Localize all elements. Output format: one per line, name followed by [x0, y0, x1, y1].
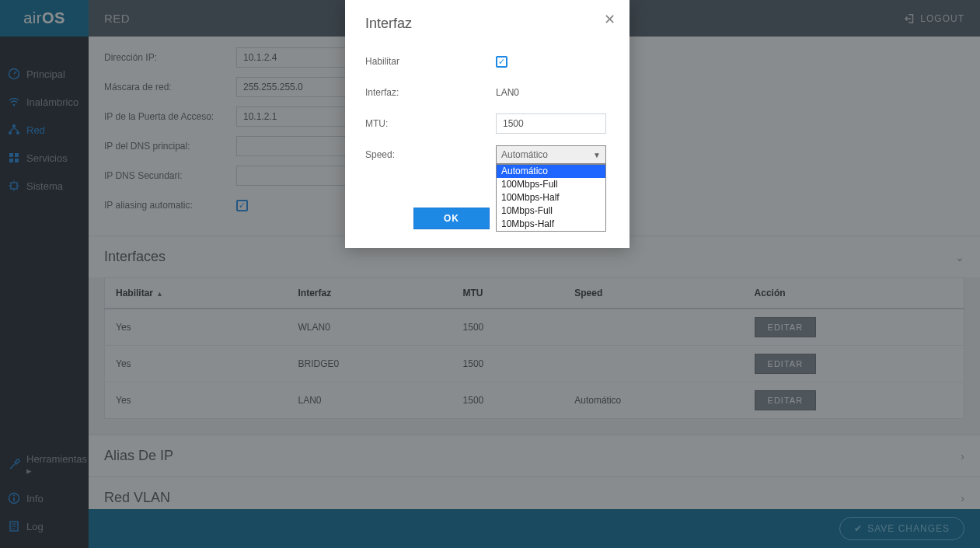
speed-dropdown: Automático 100Mbps-Full 100Mbps-Half 10M…: [496, 164, 606, 232]
speed-option[interactable]: Automático: [497, 165, 605, 178]
close-button[interactable]: ✕: [604, 12, 616, 26]
modal-enable-checkbox[interactable]: ✓: [496, 56, 507, 68]
speed-option[interactable]: 100Mbps-Half: [497, 191, 605, 204]
modal-speed-select[interactable]: Automático ▼: [496, 145, 606, 164]
speed-option[interactable]: 100Mbps-Full: [497, 178, 605, 191]
interface-modal: ✕ Interfaz Habilitar ✓ Interfaz: LAN0 MT…: [345, 0, 630, 248]
modal-title: Interfaz: [365, 16, 609, 32]
modal-enable-label: Habilitar: [365, 56, 496, 67]
modal-iface-value: LAN0: [496, 87, 519, 98]
modal-speed-label: Speed:: [365, 149, 496, 160]
modal-mtu-label: MTU:: [365, 118, 496, 129]
modal-iface-label: Interfaz:: [365, 87, 496, 98]
modal-mtu-input[interactable]: [496, 113, 606, 134]
close-icon: ✕: [604, 12, 616, 27]
speed-option[interactable]: 10Mbps-Full: [497, 204, 605, 218]
speed-option[interactable]: 10Mbps-Half: [497, 218, 605, 231]
ok-button[interactable]: OK: [413, 208, 490, 229]
dropdown-icon: ▼: [593, 151, 601, 159]
select-value: Automático: [501, 149, 548, 160]
